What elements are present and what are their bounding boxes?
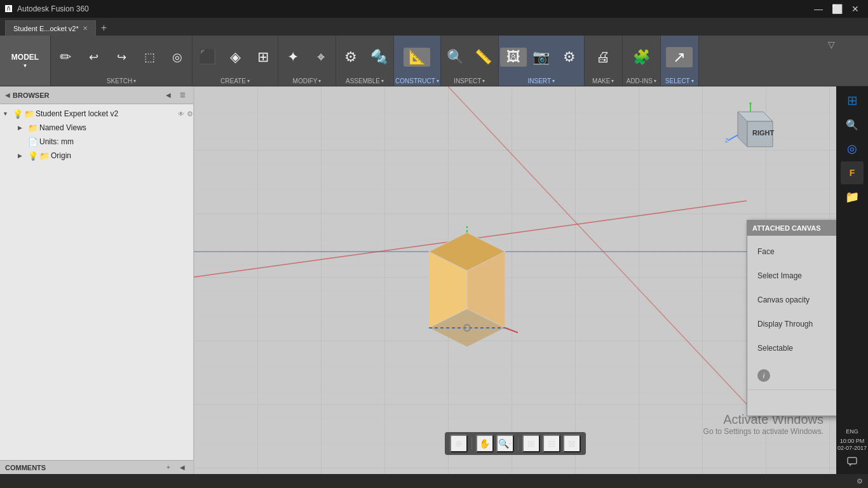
insert3-icon: ⚙ [563, 50, 576, 64]
3d-object [416, 226, 518, 355]
ribbon-item-create-2[interactable]: ◈ [222, 48, 248, 67]
selectable-label: Selectable [757, 344, 836, 353]
ribbon-item-sketch-2[interactable]: ↩ [80, 49, 107, 65]
viewport[interactable]: RIGHT Z Y ⊕ ✋ 🔍 ▾ ⊞ ⊟ ⊠ Activate Windows [194, 86, 836, 474]
sketch-group-label[interactable]: SKETCH ▾ [107, 78, 137, 85]
ribbon-item-select-1[interactable]: ↗ [666, 47, 693, 67]
select-chevron-icon: ▾ [691, 78, 694, 84]
modify2-icon: ⌖ [317, 50, 325, 64]
status-settings-icon[interactable]: ⚙ [857, 477, 863, 485]
pan-btn[interactable]: ✋ [476, 435, 494, 452]
comments-label[interactable]: COMMENTS [5, 464, 46, 471]
expand-icon-root[interactable]: ▼ [3, 111, 13, 117]
ribbon-item-modify-2[interactable]: ⌖ [308, 48, 334, 67]
assemble-chevron-icon: ▾ [381, 78, 384, 84]
ribbon-item-assemble-2[interactable]: 🔩 [365, 48, 392, 67]
ribbon-item-sketch-4[interactable]: ⬚ [136, 49, 163, 65]
sketch5-icon: ◎ [172, 51, 182, 63]
ribbon-item-modify-1[interactable]: ✦ [280, 48, 306, 67]
ribbon-item-inspect-2[interactable]: 📏 [470, 48, 497, 67]
insert-group-label[interactable]: INSERT ▾ [528, 78, 555, 85]
ribbon-item-assemble-1[interactable]: ⚙ [337, 48, 364, 67]
main-area: ◀ BROWSER ◀ ☰ ▼ 💡 📁 Student Expert locke… [0, 86, 868, 474]
browser-back-icon[interactable]: ◀ [5, 92, 10, 98]
sidebar-notification-icon[interactable] [844, 454, 860, 471]
ribbon-item-sketch-3[interactable]: ↪ [108, 49, 135, 65]
sketch-icon: ✏ [60, 50, 71, 64]
browser-menu-btn[interactable]: ☰ [177, 90, 188, 101]
app-logo: 🅰 [5, 5, 12, 13]
construct-group-label[interactable]: CONSTRUCT ▾ [395, 78, 439, 85]
sidebar-chrome-icon[interactable]: ◎ [841, 137, 864, 160]
ribbon-item-inspect-1[interactable]: 🔍 [442, 48, 469, 67]
maximize-btn[interactable]: ⬜ [828, 3, 846, 15]
select-group-label[interactable]: SELECT ▾ [665, 78, 694, 85]
expand-icon-named-views[interactable]: ▶ [18, 125, 28, 131]
tree-item-named-views[interactable]: ▶ 📁 Named Views [0, 121, 193, 135]
browser-collapse-btn[interactable]: ◀ [163, 90, 174, 101]
sidebar-windows-icon[interactable]: ⊞ [841, 89, 864, 112]
addins-group-label[interactable]: ADD-INS ▾ [627, 78, 656, 85]
tree-item-root[interactable]: ▼ 💡 📁 Student Expert locket v2 👁 ⚙ [0, 107, 193, 121]
tab-main[interactable]: Student E...ocket v2* ✕ [5, 20, 96, 36]
ribbon-group-addins: 🧩 ADD-INS ▾ [623, 36, 661, 86]
snap-btn[interactable]: ⊕ [450, 435, 468, 452]
tree-label-origin: Origin [51, 151, 193, 160]
create-group-label[interactable]: CREATE ▾ [220, 78, 250, 85]
ribbon-item-construct-1[interactable]: 📐 [403, 48, 430, 67]
ribbon-item-create-3[interactable]: ⊞ [250, 48, 276, 67]
ribbon-item-make-1[interactable]: 🖨 [590, 48, 616, 67]
tab-close-btn[interactable]: ✕ [83, 25, 88, 32]
canvas-opacity-label: Canvas opacity [757, 295, 836, 304]
sketch3-icon: ↪ [117, 51, 126, 63]
modify-group-label[interactable]: MODIFY ▾ [293, 78, 322, 85]
ribbon-item-create-1[interactable]: ⬛ [194, 48, 220, 67]
close-btn[interactable]: ✕ [848, 3, 863, 15]
view-cube[interactable]: RIGHT Z Y [722, 99, 773, 150]
create1-icon: ⬛ [199, 50, 216, 64]
model-chevron-icon: ▼ [23, 63, 28, 69]
inspect-group-label[interactable]: INSPECT ▾ [454, 78, 485, 85]
tree-item-origin[interactable]: ▶ 💡 📁 Origin [0, 149, 193, 163]
ribbon-item-insert-3[interactable]: ⚙ [556, 48, 583, 67]
expand-icon-origin[interactable]: ▶ [18, 152, 28, 159]
ribbon-group-assemble: ⚙ 🔩 ASSEMBLE ▾ [336, 36, 394, 86]
browser-title: BROWSER [13, 92, 49, 99]
ribbon-item-sketch-create[interactable]: ✏ [52, 48, 79, 67]
inspect2-icon: 📏 [475, 50, 492, 64]
insert2-icon: 📷 [532, 50, 550, 64]
zoom-expand-icon: ▾ [509, 441, 512, 447]
ribbon-item-sketch-5[interactable]: ◎ [164, 49, 191, 65]
display-mode-btn-2[interactable]: ⊟ [543, 435, 560, 452]
assemble-group-label[interactable]: ASSEMBLE ▾ [346, 78, 384, 85]
sidebar-folder-icon[interactable]: 📁 [841, 186, 864, 208]
settings-icon-root[interactable]: ⚙ [187, 110, 193, 118]
sidebar-fusion-icon[interactable]: F [841, 161, 864, 184]
make-group-label[interactable]: MAKE ▾ [592, 78, 614, 85]
eye-icon-root[interactable]: 👁 [178, 111, 184, 118]
make1-icon: 🖨 [596, 50, 610, 64]
zoom-btn[interactable]: 🔍 ▾ [496, 435, 514, 452]
construct-items: 📐 [403, 38, 430, 76]
model-dropdown-btn[interactable]: MODEL ▼ [0, 36, 51, 86]
comments-collapse-btn[interactable]: ◀ [177, 462, 188, 473]
ribbon-item-insert-2[interactable]: 📷 [528, 48, 555, 67]
dialog-row-opacity: Canvas opacity [757, 292, 836, 308]
tree-item-units[interactable]: 📄 Units: mm [0, 135, 193, 149]
window-controls[interactable]: — ⬜ ✕ [810, 3, 863, 15]
browser-header-left: ◀ BROWSER [5, 92, 49, 99]
new-tab-btn[interactable]: + [96, 20, 112, 36]
tab-expand-btn[interactable]: ▽ [828, 39, 835, 50]
select-image-label: Select Image [757, 271, 836, 280]
assemble-items: ⚙ 🔩 [337, 38, 392, 76]
ribbon-item-insert-1[interactable]: 🖼 [500, 48, 527, 67]
comments-add-btn[interactable]: + [163, 462, 174, 473]
svg-text:Y: Y [749, 102, 752, 108]
minimize-btn[interactable]: — [810, 3, 827, 15]
display-mode-btn-3[interactable]: ⊠ [563, 435, 581, 452]
info-icon[interactable]: i [757, 369, 770, 382]
display-mode-btn-1[interactable]: ⊞ [522, 435, 540, 452]
sidebar-search-icon[interactable]: 🔍 [841, 113, 864, 136]
ribbon-item-addins-1[interactable]: 🧩 [628, 48, 654, 67]
select-items: ↗ [666, 38, 693, 76]
